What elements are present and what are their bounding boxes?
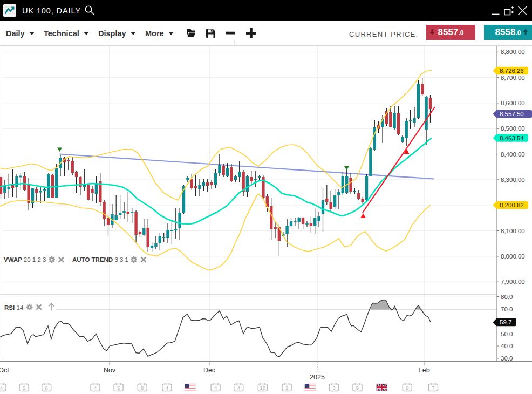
svg-text:Oct: Oct xyxy=(0,366,9,374)
svg-text:4: 4 xyxy=(94,385,97,391)
svg-text:VWAP 20 1 2 3: VWAP 20 1 2 3 xyxy=(4,256,46,263)
svg-text:2025: 2025 xyxy=(310,373,325,381)
svg-text:8,300.00: 8,300.00 xyxy=(501,176,525,183)
svg-text:8,600.00: 8,600.00 xyxy=(501,100,525,106)
svg-text:8,557.50: 8,557.50 xyxy=(500,111,524,117)
svg-text:40.0: 40.0 xyxy=(501,343,513,349)
svg-text:Nov: Nov xyxy=(104,366,116,374)
svg-text:8,726.26: 8,726.26 xyxy=(500,67,524,74)
svg-text:2: 2 xyxy=(285,385,288,391)
svg-text:5: 5 xyxy=(23,385,25,391)
svg-text:8,500.00: 8,500.00 xyxy=(501,125,525,132)
svg-text:Dec: Dec xyxy=(203,366,215,374)
svg-text:70.0: 70.0 xyxy=(501,306,513,313)
svg-text:AUTO TREND 3 3 1: AUTO TREND 3 3 1 xyxy=(72,256,128,263)
svg-text:8,700.00: 8,700.00 xyxy=(501,74,525,81)
svg-text:6: 6 xyxy=(45,385,48,391)
svg-text:6: 6 xyxy=(406,385,408,391)
svg-text:8,100.00: 8,100.00 xyxy=(501,228,525,234)
svg-text:8,800.00: 8,800.00 xyxy=(501,49,525,55)
svg-text:59.7: 59.7 xyxy=(500,319,511,325)
svg-text:10: 10 xyxy=(260,385,266,391)
svg-text:30.0: 30.0 xyxy=(501,355,513,362)
svg-text:9: 9 xyxy=(356,385,359,391)
svg-text:7,900.00: 7,900.00 xyxy=(501,278,525,285)
svg-text:8,463.54: 8,463.54 xyxy=(500,135,524,141)
svg-text:50.0: 50.0 xyxy=(501,331,513,337)
svg-text:RSI 14: RSI 14 xyxy=(4,304,24,311)
svg-text:4: 4 xyxy=(0,385,3,391)
svg-text:4: 4 xyxy=(166,385,168,391)
svg-text:4: 4 xyxy=(214,385,217,391)
svg-text:8: 8 xyxy=(141,385,144,391)
svg-text:8,000.00: 8,000.00 xyxy=(501,253,525,260)
svg-text:8,400.00: 8,400.00 xyxy=(501,151,525,158)
svg-text:5: 5 xyxy=(117,385,120,391)
svg-text:8,200.82: 8,200.82 xyxy=(500,202,524,208)
svg-text:Feb: Feb xyxy=(418,366,430,374)
svg-text:3: 3 xyxy=(332,385,335,391)
svg-text:80.0: 80.0 xyxy=(501,294,513,300)
svg-text:4: 4 xyxy=(237,385,240,391)
svg-text:7: 7 xyxy=(432,385,434,391)
